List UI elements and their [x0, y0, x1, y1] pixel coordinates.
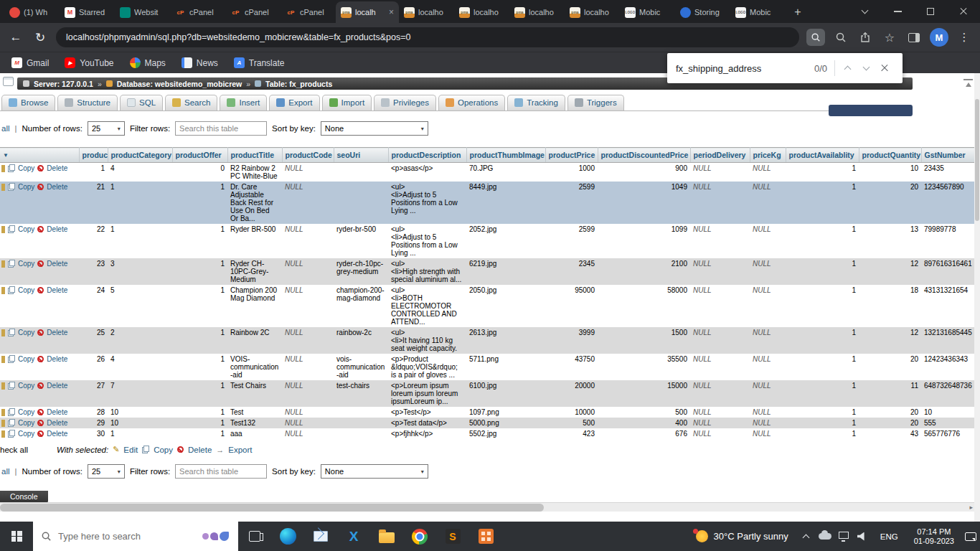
- browser-tab[interactable]: pmalocalho: [509, 1, 565, 23]
- delete-row-link[interactable]: Delete: [47, 408, 67, 416]
- maximize-button[interactable]: [914, 0, 947, 23]
- pma-tab-privileges[interactable]: Privileges: [374, 95, 436, 110]
- bookmark-translate[interactable]: ATranslate: [234, 57, 285, 68]
- file-explorer-icon[interactable]: [370, 522, 403, 551]
- vscode-icon[interactable]: [337, 522, 370, 551]
- edit-selected-link[interactable]: Edit: [123, 446, 138, 454]
- breadcrumb-item[interactable]: Table: fx_products: [265, 80, 332, 88]
- column-header-productDiscountedPrice[interactable]: productDiscountedPrice: [598, 148, 690, 163]
- show-all-link[interactable]: all: [1, 124, 10, 133]
- scrollbar-thumb[interactable]: [975, 99, 979, 221]
- find-prev-icon[interactable]: [838, 59, 857, 77]
- filter-input[interactable]: [175, 464, 267, 479]
- app-grid-icon[interactable]: [469, 522, 502, 551]
- edge-icon[interactable]: [271, 522, 304, 551]
- copy-row-link[interactable]: Copy: [18, 164, 34, 172]
- vertical-scrollbar[interactable]: [974, 73, 980, 522]
- delete-row-link[interactable]: Delete: [47, 225, 67, 233]
- zoom-icon[interactable]: [832, 29, 849, 46]
- copy-row-link[interactable]: Copy: [18, 286, 34, 294]
- profile-avatar[interactable]: M: [930, 28, 948, 47]
- start-button[interactable]: [0, 522, 33, 551]
- volume-icon[interactable]: [853, 522, 872, 551]
- pma-panel-icon[interactable]: [3, 77, 14, 86]
- pma-tab-sql[interactable]: SQL: [120, 95, 163, 110]
- copy-row-link[interactable]: Copy: [18, 329, 34, 336]
- copy-row-link[interactable]: Copy: [18, 260, 34, 268]
- pma-tab-search[interactable]: Search: [165, 95, 217, 110]
- delete-row-link[interactable]: Delete: [47, 183, 67, 191]
- tabs-menu-chevron-icon[interactable]: [848, 0, 881, 23]
- refresh-button[interactable]: ↻: [32, 29, 49, 46]
- clock[interactable]: 07:14 PM 01-09-2023: [907, 527, 961, 546]
- browser-tab[interactable]: cPcPanel: [225, 1, 281, 23]
- find-close-icon[interactable]: [875, 59, 894, 77]
- bookmark-news[interactable]: News: [182, 57, 218, 68]
- pma-tab-structure[interactable]: Structure: [57, 95, 118, 110]
- bookmark-star-icon[interactable]: ☆: [881, 29, 898, 46]
- close-button[interactable]: [947, 0, 980, 23]
- pma-tab-export[interactable]: Export: [269, 95, 319, 110]
- column-header-productCategory[interactable]: productCategory: [108, 148, 172, 163]
- back-button[interactable]: ←: [7, 29, 24, 46]
- bookmark-maps[interactable]: Maps: [130, 57, 166, 68]
- column-header-priceKg[interactable]: priceKg: [750, 148, 786, 163]
- scroll-top-icon[interactable]: [963, 79, 973, 88]
- task-view-button[interactable]: [238, 522, 271, 551]
- scroll-right-arrow-icon[interactable]: ▸: [969, 503, 973, 512]
- column-menu-icon[interactable]: ▼: [3, 152, 9, 159]
- chrome-icon[interactable]: [403, 522, 436, 551]
- browser-tab[interactable]: pmalocalho: [565, 1, 620, 23]
- column-header-GstNumber[interactable]: GstNumber: [921, 148, 980, 163]
- pma-tab-import[interactable]: Import: [322, 95, 372, 110]
- show-all-link[interactable]: all: [1, 467, 10, 476]
- delete-row-link[interactable]: Delete: [47, 286, 67, 294]
- copy-row-link[interactable]: Copy: [18, 430, 34, 438]
- delete-selected-link[interactable]: Delete: [188, 446, 212, 454]
- pma-tab-browse[interactable]: Browse: [1, 95, 55, 110]
- filter-input[interactable]: [175, 121, 267, 136]
- rows-select[interactable]: 25▾: [88, 121, 125, 136]
- pma-tab-operations[interactable]: Operations: [438, 95, 505, 110]
- scrollbar-thumb[interactable]: [0, 504, 544, 512]
- browser-tab[interactable]: (1) Wh: [4, 1, 60, 23]
- rows-select[interactable]: 25▾: [88, 464, 125, 479]
- copy-row-link[interactable]: Copy: [18, 408, 34, 416]
- check-all-label[interactable]: heck all: [0, 446, 28, 454]
- delete-row-link[interactable]: Delete: [47, 430, 67, 438]
- copy-row-link[interactable]: Copy: [18, 382, 34, 390]
- copy-row-link[interactable]: Copy: [18, 355, 34, 363]
- delete-row-link[interactable]: Delete: [47, 382, 67, 390]
- column-header-productThumbImage[interactable]: productThumbImage: [466, 148, 545, 163]
- find-next-icon[interactable]: [857, 59, 875, 77]
- browser-tab[interactable]: cPcPanel: [281, 1, 336, 23]
- action-center-icon[interactable]: [961, 522, 980, 551]
- minimize-button[interactable]: [881, 0, 914, 23]
- browser-tab[interactable]: LOGOMobic: [620, 1, 675, 23]
- column-header-productPrice[interactable]: productPrice: [545, 148, 598, 163]
- column-header-periodDelivery[interactable]: periodDelivery: [690, 148, 750, 163]
- delete-row-link[interactable]: Delete: [47, 329, 67, 336]
- language-indicator[interactable]: ENG: [872, 532, 907, 541]
- delete-row-link[interactable]: Delete: [47, 419, 67, 427]
- mail-icon[interactable]: [304, 522, 337, 551]
- address-bar[interactable]: localhost/phpmyadmin/sql.php?db=websited…: [56, 27, 799, 47]
- sublime-icon[interactable]: [436, 522, 469, 551]
- column-header-productDescription[interactable]: productDescription: [388, 148, 466, 163]
- sort-select[interactable]: None▾: [321, 464, 428, 479]
- bookmark-gmail[interactable]: MGmail: [11, 57, 49, 68]
- column-header-productOffer[interactable]: productOffer: [172, 148, 227, 163]
- find-in-page-icon[interactable]: [806, 29, 825, 46]
- pma-tab-triggers[interactable]: Triggers: [567, 95, 624, 110]
- delete-row-link[interactable]: Delete: [47, 355, 67, 363]
- taskbar-search[interactable]: Type here to search: [33, 522, 238, 551]
- delete-row-link[interactable]: Delete: [47, 164, 67, 172]
- browser-tab[interactable]: LOGOMobic: [730, 1, 786, 23]
- column-header-seoUri[interactable]: seoUri: [334, 148, 388, 163]
- horizontal-scrollbar[interactable]: ▸: [0, 502, 974, 512]
- export-selected-link[interactable]: Export: [228, 446, 252, 454]
- column-header-productTitle[interactable]: productTitle: [227, 148, 282, 163]
- bookmark-youtube[interactable]: ▶YouTube: [65, 57, 113, 68]
- browser-tab[interactable]: pmalocalho: [399, 1, 454, 23]
- copy-row-link[interactable]: Copy: [18, 225, 34, 233]
